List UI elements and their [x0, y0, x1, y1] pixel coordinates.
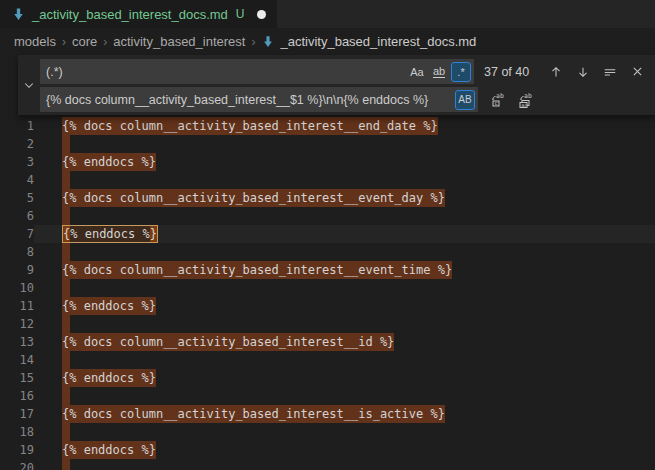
chevron-right-icon: › — [61, 35, 67, 49]
line-number: 15 — [0, 369, 34, 387]
line-number: 18 — [0, 423, 34, 441]
match-case-toggle[interactable]: Aa — [407, 62, 427, 82]
preserve-case-label: AB — [458, 94, 471, 105]
editor-line[interactable]: 20 — [0, 459, 655, 470]
editor-line[interactable]: 4 — [0, 171, 655, 189]
replace-icon: ab c — [490, 92, 506, 108]
breadcrumb-item-core[interactable]: core — [72, 34, 97, 49]
chevron-right-icon: › — [102, 35, 108, 49]
tab-active-file[interactable]: _activity_based_interest_docs.md U — [0, 0, 277, 28]
breadcrumb-item-activity-based-interest[interactable]: activity_based_interest — [113, 34, 245, 49]
line-content[interactable]: {% enddocs %} — [34, 297, 655, 315]
toggle-replace-button[interactable] — [18, 59, 40, 111]
editor-line[interactable]: 3{% enddocs %} — [0, 153, 655, 171]
editor-line[interactable]: 12 — [0, 315, 655, 333]
whole-word-toggle[interactable]: ab — [429, 62, 449, 82]
editor-line[interactable]: 2 — [0, 135, 655, 153]
editor-line[interactable]: 5{% docs column__activity_based_interest… — [0, 189, 655, 207]
editor-line[interactable]: 6 — [0, 207, 655, 225]
breadcrumb-file-label: _activity_based_interest_docs.md — [280, 34, 476, 49]
line-content[interactable] — [34, 279, 655, 297]
line-content[interactable] — [34, 387, 655, 405]
line-content[interactable]: {% enddocs %} — [34, 225, 655, 243]
line-content[interactable] — [34, 171, 655, 189]
editor-line[interactable]: 19{% enddocs %} — [0, 441, 655, 459]
line-number: 20 — [0, 459, 34, 470]
line-content[interactable] — [34, 423, 655, 441]
line-content[interactable]: {% docs column__activity_based_interest_… — [34, 333, 655, 351]
line-number: 5 — [0, 189, 34, 207]
line-content[interactable]: {% docs column__activity_based_interest_… — [34, 405, 655, 423]
editor-line[interactable]: 13{% docs column__activity_based_interes… — [0, 333, 655, 351]
find-match-highlight: {% docs column__activity_based_interest_… — [62, 261, 452, 279]
editor-line[interactable]: 8 — [0, 243, 655, 261]
find-match-empty-line-highlight — [62, 279, 70, 297]
find-match-empty-line-highlight — [62, 207, 70, 225]
unsaved-dot-icon[interactable] — [257, 10, 266, 19]
vscode-window: _activity_based_interest_docs.md U model… — [0, 0, 655, 470]
line-content[interactable]: {% enddocs %} — [34, 153, 655, 171]
line-content[interactable]: {% docs column__activity_based_interest_… — [34, 261, 655, 279]
svg-text:ab: ab — [496, 92, 504, 100]
replace-input-value: {% docs column__activity_based_interest_… — [46, 93, 453, 107]
find-match-empty-line-highlight — [62, 387, 70, 405]
line-content[interactable]: {% enddocs %} — [34, 369, 655, 387]
line-number: 2 — [0, 135, 34, 153]
breadcrumb-item-models[interactable]: models — [14, 34, 56, 49]
find-match-highlight: {% enddocs %} — [62, 369, 156, 387]
editor-line[interactable]: 18 — [0, 423, 655, 441]
line-content[interactable] — [34, 459, 655, 470]
line-number: 16 — [0, 387, 34, 405]
previous-match-button[interactable] — [546, 61, 566, 83]
editor-line[interactable]: 9{% docs column__activity_based_interest… — [0, 261, 655, 279]
line-number: 3 — [0, 153, 34, 171]
breadcrumb: models › core › activity_based_interest … — [0, 28, 655, 55]
find-input[interactable]: (.*) Aa ab .* — [40, 59, 474, 84]
close-icon — [631, 65, 644, 78]
find-match-empty-line-highlight — [62, 135, 70, 153]
line-content[interactable] — [34, 207, 655, 225]
whole-word-label: ab — [433, 66, 445, 78]
replace-all-button[interactable]: ab ac — [515, 89, 535, 111]
line-content[interactable] — [34, 243, 655, 261]
line-content[interactable]: {% enddocs %} — [34, 441, 655, 459]
replace-button[interactable]: ab c — [488, 89, 508, 111]
close-find-button[interactable] — [627, 61, 647, 83]
match-count: 37 of 40 — [484, 65, 529, 79]
preserve-case-toggle[interactable]: AB — [455, 90, 475, 110]
svg-text:ab: ab — [524, 92, 532, 100]
find-match-highlight: {% enddocs %} — [62, 153, 156, 171]
find-in-selection-button[interactable] — [600, 61, 620, 83]
line-content[interactable] — [34, 135, 655, 153]
breadcrumb-item-file[interactable]: _activity_based_interest_docs.md — [261, 34, 476, 49]
find-match-empty-line-highlight — [62, 351, 70, 369]
line-content[interactable] — [34, 315, 655, 333]
line-content[interactable]: {% docs column__activity_based_interest_… — [34, 117, 655, 135]
editor-line[interactable]: 1{% docs column__activity_based_interest… — [0, 117, 655, 135]
find-row: (.*) Aa ab .* 37 of 40 — [40, 59, 647, 84]
line-number: 14 — [0, 351, 34, 369]
find-match-highlight: {% docs column__activity_based_interest_… — [62, 117, 438, 135]
editor-line[interactable]: 11{% enddocs %} — [0, 297, 655, 315]
editor-line[interactable]: 10 — [0, 279, 655, 297]
tab-filename: _activity_based_interest_docs.md — [32, 7, 228, 22]
editor-line[interactable]: 7{% enddocs %} — [0, 225, 655, 243]
next-match-button[interactable] — [573, 61, 593, 83]
editor-line[interactable]: 17{% docs column__activity_based_interes… — [0, 405, 655, 423]
find-input-value: (.*) — [46, 65, 405, 79]
line-content[interactable]: {% docs column__activity_based_interest_… — [34, 189, 655, 207]
regex-toggle[interactable]: .* — [451, 62, 471, 82]
editor-line[interactable]: 16 — [0, 387, 655, 405]
find-replace-widget: (.*) Aa ab .* 37 of 40 — [18, 55, 655, 115]
arrow-down-icon — [576, 65, 590, 79]
bracket-highlight: } — [150, 226, 157, 242]
editor-line[interactable]: 15{% enddocs %} — [0, 369, 655, 387]
replace-input[interactable]: {% docs column__activity_based_interest_… — [40, 87, 478, 112]
editor-line[interactable]: 14 — [0, 351, 655, 369]
editor[interactable]: (.*) Aa ab .* 37 of 40 — [0, 55, 655, 470]
match-case-label: Aa — [410, 66, 423, 78]
match-text: % enddocs % — [70, 227, 149, 241]
line-content[interactable] — [34, 351, 655, 369]
svg-text:c: c — [495, 100, 498, 106]
find-match-highlight: {% docs column__activity_based_interest_… — [62, 333, 394, 351]
